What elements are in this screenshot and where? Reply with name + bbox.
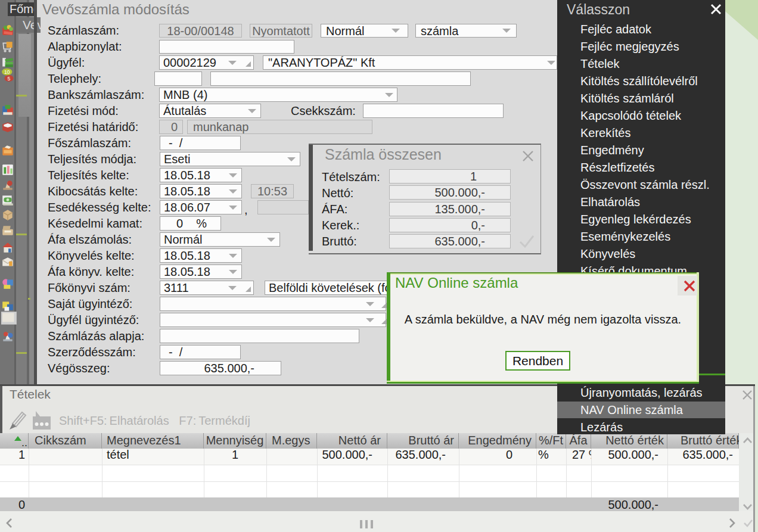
svg-text:5: 5 bbox=[8, 76, 11, 82]
svg-text:10: 10 bbox=[4, 69, 10, 75]
